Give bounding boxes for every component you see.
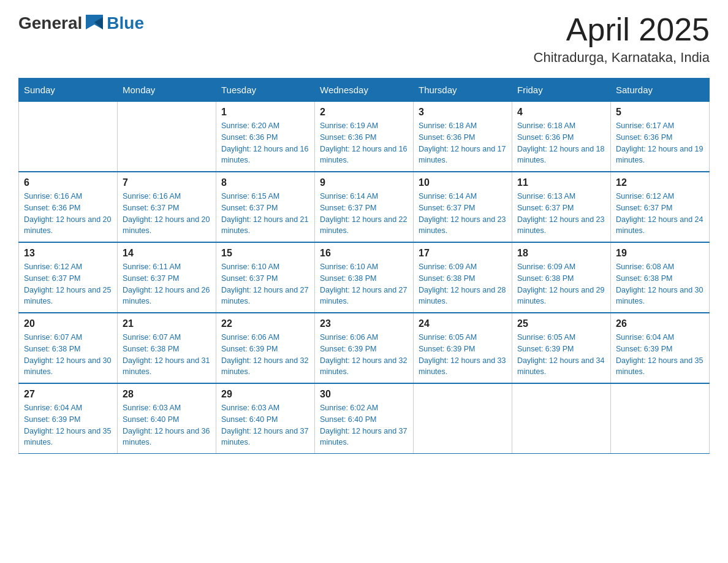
day-number: 30: [320, 389, 408, 400]
day-detail: Sunrise: 6:03 AMSunset: 6:40 PMDaylight:…: [123, 402, 211, 448]
day-number: 15: [221, 248, 309, 259]
title-block: April 2025 Chitradurga, Karnataka, India: [534, 12, 710, 66]
table-row: 30Sunrise: 6:02 AMSunset: 6:40 PMDayligh…: [315, 383, 414, 454]
day-number: 1: [221, 107, 309, 118]
day-detail: Sunrise: 6:08 AMSunset: 6:38 PMDaylight:…: [616, 261, 704, 307]
calendar-table: Sunday Monday Tuesday Wednesday Thursday…: [18, 78, 710, 454]
calendar-week-row: 20Sunrise: 6:07 AMSunset: 6:38 PMDayligh…: [19, 313, 710, 383]
day-detail: Sunrise: 6:05 AMSunset: 6:39 PMDaylight:…: [419, 332, 507, 378]
day-number: 4: [517, 107, 605, 118]
table-row: 16Sunrise: 6:10 AMSunset: 6:38 PMDayligh…: [315, 242, 414, 313]
table-row: 20Sunrise: 6:07 AMSunset: 6:38 PMDayligh…: [19, 313, 118, 383]
day-detail: Sunrise: 6:12 AMSunset: 6:37 PMDaylight:…: [616, 191, 704, 237]
col-thursday: Thursday: [414, 79, 512, 102]
day-detail: Sunrise: 6:02 AMSunset: 6:40 PMDaylight:…: [320, 402, 408, 448]
calendar-header-row: Sunday Monday Tuesday Wednesday Thursday…: [19, 79, 710, 102]
day-number: 6: [24, 177, 112, 188]
day-number: 2: [320, 107, 408, 118]
table-row: 27Sunrise: 6:04 AMSunset: 6:39 PMDayligh…: [19, 383, 118, 454]
day-number: 14: [123, 248, 211, 259]
day-detail: Sunrise: 6:12 AMSunset: 6:37 PMDaylight:…: [24, 261, 112, 307]
table-row: 9Sunrise: 6:14 AMSunset: 6:37 PMDaylight…: [315, 172, 414, 242]
table-row: [414, 383, 512, 454]
location-title: Chitradurga, Karnataka, India: [534, 50, 710, 66]
day-number: 23: [320, 318, 408, 329]
table-row: 12Sunrise: 6:12 AMSunset: 6:37 PMDayligh…: [611, 172, 710, 242]
day-number: 9: [320, 177, 408, 188]
col-monday: Monday: [118, 79, 216, 102]
day-number: 21: [123, 318, 211, 329]
day-number: 16: [320, 248, 408, 259]
table-row: 24Sunrise: 6:05 AMSunset: 6:39 PMDayligh…: [414, 313, 512, 383]
day-number: 29: [221, 389, 309, 400]
day-number: 3: [419, 107, 507, 118]
calendar-week-row: 13Sunrise: 6:12 AMSunset: 6:37 PMDayligh…: [19, 242, 710, 313]
table-row: [512, 383, 611, 454]
logo-text-general: General: [18, 13, 82, 33]
table-row: 2Sunrise: 6:19 AMSunset: 6:36 PMDaylight…: [315, 102, 414, 172]
day-detail: Sunrise: 6:10 AMSunset: 6:38 PMDaylight:…: [320, 261, 408, 307]
day-detail: Sunrise: 6:05 AMSunset: 6:39 PMDaylight:…: [517, 332, 605, 378]
day-number: 17: [419, 248, 507, 259]
day-number: 18: [517, 248, 605, 259]
logo-icon: [83, 12, 105, 34]
day-number: 11: [517, 177, 605, 188]
table-row: 25Sunrise: 6:05 AMSunset: 6:39 PMDayligh…: [512, 313, 611, 383]
table-row: 13Sunrise: 6:12 AMSunset: 6:37 PMDayligh…: [19, 242, 118, 313]
day-number: 7: [123, 177, 211, 188]
day-detail: Sunrise: 6:18 AMSunset: 6:36 PMDaylight:…: [517, 120, 605, 166]
day-detail: Sunrise: 6:19 AMSunset: 6:36 PMDaylight:…: [320, 120, 408, 166]
col-sunday: Sunday: [19, 79, 118, 102]
day-detail: Sunrise: 6:06 AMSunset: 6:39 PMDaylight:…: [221, 332, 309, 378]
day-number: 22: [221, 318, 309, 329]
table-row: 6Sunrise: 6:16 AMSunset: 6:36 PMDaylight…: [19, 172, 118, 242]
table-row: [118, 102, 216, 172]
day-detail: Sunrise: 6:17 AMSunset: 6:36 PMDaylight:…: [616, 120, 704, 166]
day-number: 26: [616, 318, 704, 329]
col-saturday: Saturday: [611, 79, 710, 102]
table-row: 29Sunrise: 6:03 AMSunset: 6:40 PMDayligh…: [216, 383, 315, 454]
page-header: General Blue April 2025 Chitradurga, Kar…: [18, 12, 710, 66]
table-row: 15Sunrise: 6:10 AMSunset: 6:37 PMDayligh…: [216, 242, 315, 313]
day-detail: Sunrise: 6:06 AMSunset: 6:39 PMDaylight:…: [320, 332, 408, 378]
day-number: 8: [221, 177, 309, 188]
day-number: 25: [517, 318, 605, 329]
day-detail: Sunrise: 6:04 AMSunset: 6:39 PMDaylight:…: [24, 402, 112, 448]
day-detail: Sunrise: 6:20 AMSunset: 6:36 PMDaylight:…: [221, 120, 309, 166]
table-row: [19, 102, 118, 172]
table-row: 22Sunrise: 6:06 AMSunset: 6:39 PMDayligh…: [216, 313, 315, 383]
table-row: 7Sunrise: 6:16 AMSunset: 6:37 PMDaylight…: [118, 172, 216, 242]
table-row: [611, 383, 710, 454]
col-friday: Friday: [512, 79, 611, 102]
calendar-week-row: 27Sunrise: 6:04 AMSunset: 6:39 PMDayligh…: [19, 383, 710, 454]
table-row: 14Sunrise: 6:11 AMSunset: 6:37 PMDayligh…: [118, 242, 216, 313]
day-number: 19: [616, 248, 704, 259]
table-row: 11Sunrise: 6:13 AMSunset: 6:37 PMDayligh…: [512, 172, 611, 242]
day-number: 5: [616, 107, 704, 118]
day-detail: Sunrise: 6:04 AMSunset: 6:39 PMDaylight:…: [616, 332, 704, 378]
day-detail: Sunrise: 6:16 AMSunset: 6:36 PMDaylight:…: [24, 191, 112, 237]
day-number: 28: [123, 389, 211, 400]
day-detail: Sunrise: 6:09 AMSunset: 6:38 PMDaylight:…: [419, 261, 507, 307]
day-detail: Sunrise: 6:13 AMSunset: 6:37 PMDaylight:…: [517, 191, 605, 237]
table-row: 1Sunrise: 6:20 AMSunset: 6:36 PMDaylight…: [216, 102, 315, 172]
table-row: 5Sunrise: 6:17 AMSunset: 6:36 PMDaylight…: [611, 102, 710, 172]
day-number: 27: [24, 389, 112, 400]
table-row: 10Sunrise: 6:14 AMSunset: 6:37 PMDayligh…: [414, 172, 512, 242]
day-number: 12: [616, 177, 704, 188]
table-row: 8Sunrise: 6:15 AMSunset: 6:37 PMDaylight…: [216, 172, 315, 242]
calendar-week-row: 6Sunrise: 6:16 AMSunset: 6:36 PMDaylight…: [19, 172, 710, 242]
table-row: 4Sunrise: 6:18 AMSunset: 6:36 PMDaylight…: [512, 102, 611, 172]
table-row: 21Sunrise: 6:07 AMSunset: 6:38 PMDayligh…: [118, 313, 216, 383]
month-year-title: April 2025: [534, 12, 710, 47]
col-wednesday: Wednesday: [315, 79, 414, 102]
calendar-week-row: 1Sunrise: 6:20 AMSunset: 6:36 PMDaylight…: [19, 102, 710, 172]
table-row: 18Sunrise: 6:09 AMSunset: 6:38 PMDayligh…: [512, 242, 611, 313]
day-detail: Sunrise: 6:14 AMSunset: 6:37 PMDaylight:…: [419, 191, 507, 237]
col-tuesday: Tuesday: [216, 79, 315, 102]
table-row: 28Sunrise: 6:03 AMSunset: 6:40 PMDayligh…: [118, 383, 216, 454]
table-row: 17Sunrise: 6:09 AMSunset: 6:38 PMDayligh…: [414, 242, 512, 313]
day-detail: Sunrise: 6:03 AMSunset: 6:40 PMDaylight:…: [221, 402, 309, 448]
table-row: 26Sunrise: 6:04 AMSunset: 6:39 PMDayligh…: [611, 313, 710, 383]
day-detail: Sunrise: 6:07 AMSunset: 6:38 PMDaylight:…: [24, 332, 112, 378]
